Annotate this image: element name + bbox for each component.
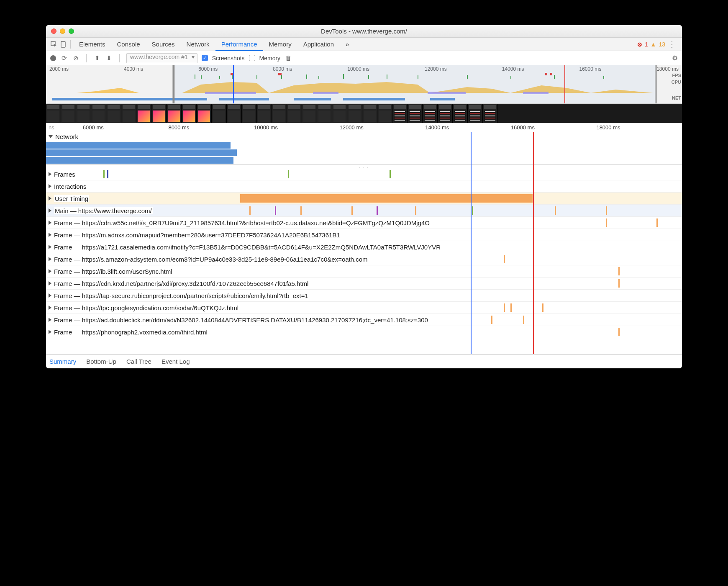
frame-row[interactable]: Frame — https://tap-secure.rubiconprojec… [46,290,682,302]
memory-checkbox[interactable] [249,55,255,61]
chevron-right-icon [49,245,51,249]
filmstrip-thumb[interactable] [317,104,332,123]
filmstrip-thumb[interactable] [106,104,121,123]
filmstrip-thumb[interactable] [46,104,61,123]
filmstrip-thumb[interactable] [272,104,287,123]
tab-sources[interactable]: Sources [146,38,181,51]
tab-network[interactable]: Network [181,38,215,51]
filmstrip-thumb[interactable] [377,104,392,123]
tabs-overflow-icon[interactable]: » [340,38,355,51]
titlebar: DevTools - www.theverge.com/ [46,25,682,38]
filmstrip-thumb[interactable] [302,104,317,123]
range-handle-left[interactable] [172,65,175,103]
chevron-right-icon [49,281,51,285]
filmstrip-thumb[interactable] [167,104,182,123]
filmstrip-thumb[interactable] [61,104,76,123]
filmstrip-thumb[interactable] [392,104,408,123]
chevron-right-icon [49,196,51,200]
filmstrip-thumb[interactable] [408,104,423,123]
tab-application[interactable]: Application [297,38,340,51]
tab-elements[interactable]: Elements [73,38,111,51]
filmstrip-thumb[interactable] [332,104,347,123]
minimize-icon[interactable] [60,28,65,34]
chevron-right-icon [49,257,51,261]
svg-rect-1 [61,41,65,47]
upload-icon[interactable]: ⬆ [93,54,101,62]
tab-summary[interactable]: Summary [49,358,76,365]
frame-row[interactable]: Frame — https://cdn.w55c.net/i/s_0RB7U9m… [46,217,682,229]
chevron-right-icon [49,306,51,310]
screenshots-checkbox[interactable]: ✓ [202,55,208,61]
flame-chart-area: Network · · · Frames Interactions [46,132,682,354]
perf-toolbar: ⟳ ⊘ ⬆ ⬇ www.theverge.com #1 ✓ Screenshot… [46,51,682,65]
chevron-right-icon [49,318,51,322]
frame-row[interactable]: Frame — https://m.adnxs.com/mapuid?membe… [46,229,682,241]
filmstrip-thumb[interactable] [438,104,453,123]
filmstrip-thumb[interactable] [212,104,227,123]
filmstrip-thumb[interactable] [453,104,468,123]
inspect-icon[interactable] [49,41,59,48]
zoom-icon[interactable] [69,28,74,34]
tab-console[interactable]: Console [111,38,146,51]
overview-timeline[interactable]: 2000 ms 4000 ms 6000 ms 8000 ms 10000 ms… [46,65,682,104]
frame-row[interactable]: Frame — https://tpc.googlesyndication.co… [46,302,682,314]
frame-row[interactable]: Frame — https://cdn.krxd.net/partnerjs/x… [46,278,682,290]
filmstrip-thumb[interactable] [362,104,377,123]
tab-bottom-up[interactable]: Bottom-Up [86,358,116,365]
chevron-right-icon [49,269,51,273]
network-bars[interactable] [46,141,682,164]
chevron-right-icon [49,293,51,298]
warning-count-icon[interactable]: ▲ [651,41,656,48]
chevron-right-icon [49,233,51,237]
recording-select[interactable]: www.theverge.com #1 [126,53,197,63]
section-frames[interactable]: Frames [46,168,682,180]
filmstrip-thumb[interactable] [182,104,197,123]
filmstrip-thumb[interactable] [483,104,498,123]
section-interactions[interactable]: Interactions [46,180,682,193]
tab-memory[interactable]: Memory [263,38,297,51]
filmstrip-thumb[interactable] [347,104,362,123]
device-icon[interactable] [59,41,68,48]
download-icon[interactable]: ⬇ [105,54,113,62]
filmstrip-thumb[interactable] [468,104,483,123]
devtools-window: DevTools - www.theverge.com/ Elements Co… [46,25,682,368]
trash-icon[interactable]: 🗑 [285,54,292,62]
frame-row[interactable]: Frame — https://a1721.casalemedia.com/if… [46,241,682,253]
filmstrip-thumb[interactable] [287,104,302,123]
frame-row[interactable]: Frame — https://ad.doubleclick.net/ddm/a… [46,314,682,326]
range-handle-right[interactable] [655,65,657,103]
clear-icon[interactable]: ⊘ [72,54,79,62]
tab-performance[interactable]: Performance [215,38,263,51]
filmstrip-thumb[interactable] [197,104,212,123]
filmstrip-thumb[interactable] [257,104,272,123]
filmstrip-thumb[interactable] [136,104,151,123]
reload-icon[interactable]: ⟳ [60,54,68,62]
section-main[interactable]: Main — https://www.theverge.com/ [46,205,682,217]
filmstrip-thumb[interactable] [76,104,91,123]
resize-grip[interactable]: · · · [46,165,682,168]
filmstrip-thumb[interactable] [423,104,438,123]
menu-icon[interactable]: ⋮ [668,40,676,49]
filmstrip-thumb[interactable] [227,104,242,123]
chevron-right-icon [49,221,51,225]
filmstrip-thumb[interactable] [242,104,257,123]
tab-call-tree[interactable]: Call Tree [126,358,151,365]
time-ruler[interactable]: ns 6000 ms 8000 ms 10000 ms 12000 ms 140… [46,123,682,132]
filmstrip-thumb[interactable] [151,104,167,123]
frame-row[interactable]: Frame — https://phonograph2.voxmedia.com… [46,326,682,338]
error-count-icon[interactable]: ⊗ [637,41,642,48]
filmstrip-thumb[interactable] [91,104,106,123]
close-icon[interactable] [51,28,56,34]
frame-row[interactable]: Frame — https://ib.3lift.com/userSync.ht… [46,265,682,278]
frame-row[interactable]: Frame — https://s.amazon-adsystem.com/ec… [46,253,682,265]
filmstrip[interactable] [46,104,682,123]
error-count: 1 [645,41,648,48]
record-icon[interactable] [50,55,56,61]
section-network[interactable]: Network [46,132,682,141]
chevron-right-icon [49,172,51,176]
filmstrip-thumb[interactable] [121,104,136,123]
section-user-timing[interactable]: User Timing [46,193,682,205]
tab-event-log[interactable]: Event Log [161,358,190,365]
window-title: DevTools - www.theverge.com/ [46,28,682,35]
settings-icon[interactable]: ⚙ [672,54,678,62]
